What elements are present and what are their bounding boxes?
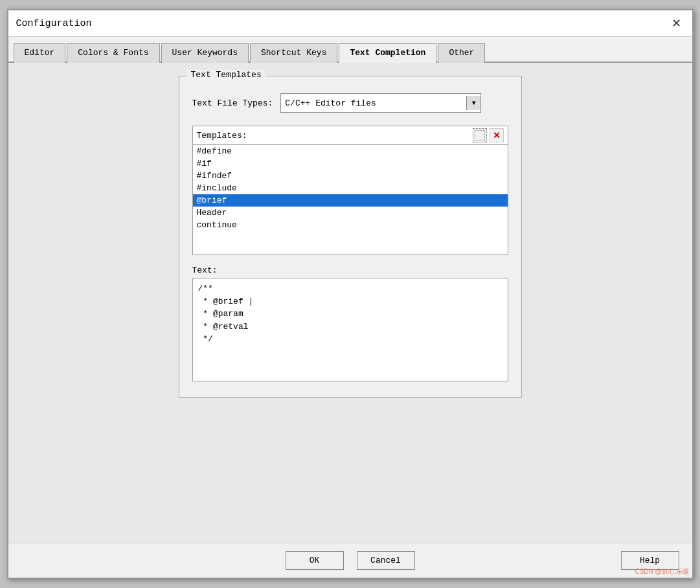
delete-template-icon: ✕ <box>493 130 501 141</box>
bottom-bar: OK Cancel Help <box>8 543 692 578</box>
templates-action-icons: ✕ <box>473 128 504 142</box>
new-template-icon <box>475 130 485 141</box>
file-types-value: C/C++ Editor files <box>285 98 376 108</box>
template-item-ifndef[interactable]: #ifndef <box>193 170 508 182</box>
template-item-header[interactable]: Header <box>193 207 508 219</box>
watermark: CSDN @饥心.乐暖 <box>635 567 689 576</box>
delete-template-button[interactable]: ✕ <box>490 128 504 142</box>
file-types-label: Text File Types: <box>192 98 273 108</box>
template-item-continue[interactable]: continue <box>193 219 508 231</box>
group-box-label: Text Templates <box>187 70 265 80</box>
tab-editor[interactable]: Editor <box>14 43 66 63</box>
cancel-button[interactable]: Cancel <box>357 551 415 570</box>
template-item-define[interactable]: #define <box>193 145 508 157</box>
text-templates-group: Text Templates Text File Types: C/C++ Ed… <box>179 76 522 398</box>
templates-header: Templates: ✕ <box>192 126 508 145</box>
template-item-brief[interactable]: @brief <box>193 194 508 207</box>
tab-shortcut-keys[interactable]: Shortcut Keys <box>250 43 337 63</box>
text-section: Text: /** * @brief | * @param * @retval … <box>192 266 508 384</box>
dialog-title: Configuration <box>16 18 92 29</box>
tab-bar: Editor Colors & Fonts User Keywords Shor… <box>8 37 692 63</box>
file-types-dropdown[interactable]: C/C++ Editor files ▼ <box>280 93 481 113</box>
templates-section: Templates: ✕ #define #if #ifndef #inclu <box>192 126 508 255</box>
title-bar: Configuration ✕ <box>8 10 692 37</box>
text-editor[interactable]: /** * @brief | * @param * @retval */ <box>192 278 508 381</box>
tab-other[interactable]: Other <box>438 43 485 63</box>
ok-button[interactable]: OK <box>286 551 344 570</box>
configuration-dialog: Configuration ✕ Editor Colors & Fonts Us… <box>7 9 694 579</box>
template-item-include[interactable]: #include <box>193 182 508 194</box>
close-button[interactable]: ✕ <box>669 16 684 31</box>
templates-label: Templates: <box>197 131 247 141</box>
template-item-if[interactable]: #if <box>193 157 508 170</box>
file-types-row: Text File Types: C/C++ Editor files ▼ <box>192 93 508 113</box>
tab-colors-fonts[interactable]: Colors & Fonts <box>67 43 159 63</box>
main-content: Text Templates Text File Types: C/C++ Ed… <box>8 63 692 543</box>
new-template-button[interactable] <box>473 128 487 142</box>
tab-user-keywords[interactable]: User Keywords <box>161 43 249 63</box>
tab-text-completion[interactable]: Text Completion <box>339 43 436 63</box>
text-label: Text: <box>192 266 508 275</box>
dropdown-arrow-icon: ▼ <box>466 96 480 110</box>
templates-list[interactable]: #define #if #ifndef #include @brief Head… <box>192 145 508 255</box>
